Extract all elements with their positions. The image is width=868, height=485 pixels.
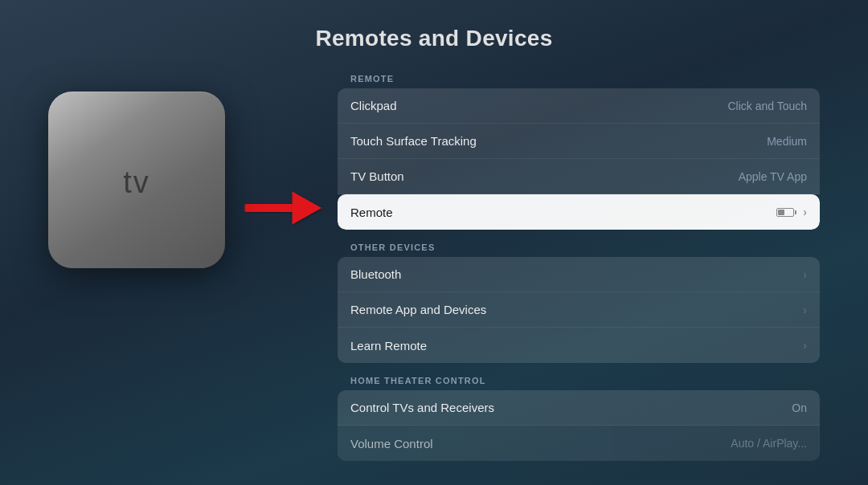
tv-button-menu-item[interactable]: TV Button Apple TV App (338, 159, 820, 194)
remote-app-label: Remote App and Devices (350, 303, 486, 316)
battery-tip (795, 210, 796, 214)
other-devices-menu-group: Bluetooth › Remote App and Devices › Lea… (338, 257, 820, 363)
clickpad-value: Click and Touch (727, 100, 807, 112)
control-tvs-value: On (792, 401, 807, 414)
remote-menu-group: Clickpad Click and Touch Touch Surface T… (338, 88, 820, 230)
settings-panel: REMOTE Clickpad Click and Touch Touch Su… (338, 67, 820, 467)
bluetooth-menu-item[interactable]: Bluetooth › (338, 257, 820, 292)
remote-chevron-icon: › (803, 206, 807, 218)
tv-button-value: Apple TV App (739, 170, 807, 183)
other-devices-section-label: OTHER DEVICES (338, 236, 820, 257)
learn-remote-chevron-icon: › (803, 339, 807, 352)
learn-remote-right: › (803, 339, 807, 352)
touch-surface-label: Touch Surface Tracking (350, 134, 477, 148)
page-title: Remotes and Devices (315, 26, 552, 51)
remote-menu-item[interactable]: Remote › (338, 194, 820, 230)
touch-surface-menu-item[interactable]: Touch Surface Tracking Medium (338, 124, 820, 159)
volume-control-menu-item[interactable]: Volume Control Auto / AirPlay... (338, 426, 820, 461)
control-tvs-menu-item[interactable]: Control TVs and Receivers On (338, 390, 820, 426)
battery-fill (778, 210, 784, 215)
volume-control-value: Auto / AirPlay... (731, 437, 807, 450)
home-theater-menu-group: Control TVs and Receivers On Volume Cont… (338, 390, 820, 461)
bluetooth-right: › (803, 268, 807, 281)
tv-label: tv (123, 165, 150, 200)
arrow-container (241, 188, 321, 228)
volume-control-label: Volume Control (350, 437, 433, 450)
clickpad-label: Clickpad (350, 99, 397, 112)
learn-remote-label: Learn Remote (350, 339, 427, 353)
battery-icon (776, 208, 796, 217)
svg-rect-0 (245, 204, 297, 212)
bluetooth-chevron-icon: › (803, 268, 807, 281)
apple-tv-device: tv (48, 92, 225, 268)
bluetooth-label: Bluetooth (350, 267, 401, 281)
remote-right: › (776, 206, 807, 218)
home-theater-section-label: HOME THEATER CONTROL (338, 369, 820, 390)
remote-app-menu-item[interactable]: Remote App and Devices › (338, 292, 820, 328)
remote-app-right: › (803, 304, 807, 316)
tv-button-label: TV Button (350, 169, 404, 183)
learn-remote-menu-item[interactable]: Learn Remote › (338, 328, 820, 363)
main-content: tv REMOTE Clickpad C (0, 67, 868, 467)
remote-app-chevron-icon: › (803, 304, 807, 316)
pointing-arrow-icon (241, 188, 321, 228)
control-tvs-label: Control TVs and Receivers (350, 401, 494, 414)
battery-body (776, 208, 794, 217)
remote-section-label: REMOTE (338, 67, 820, 88)
clickpad-menu-item[interactable]: Clickpad Click and Touch (338, 88, 820, 124)
left-side: tv (48, 92, 321, 268)
svg-marker-1 (293, 192, 321, 225)
remote-label: Remote (350, 206, 393, 219)
touch-surface-value: Medium (767, 135, 807, 148)
